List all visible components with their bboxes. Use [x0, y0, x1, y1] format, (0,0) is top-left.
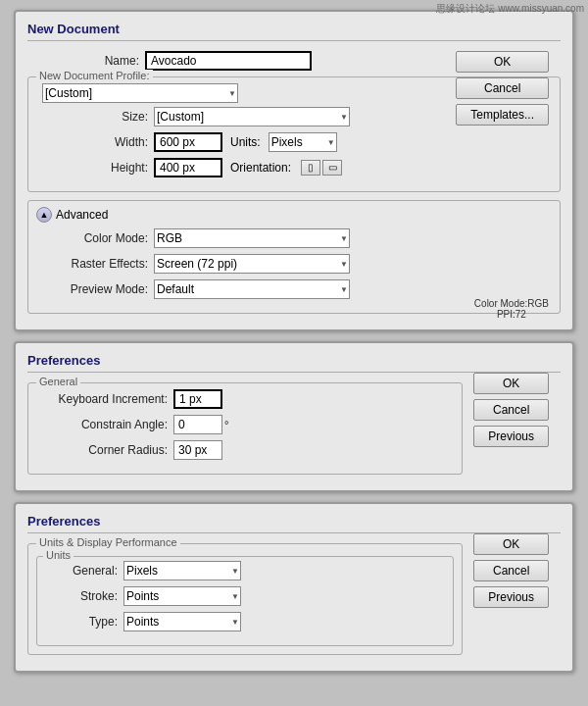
orientation-landscape-button[interactable]: ▭ [322, 160, 342, 176]
degree-symbol: ° [224, 419, 228, 430]
raster-effects-row: Raster Effects: Screen (72 ppi) [36, 254, 552, 274]
preferences-units-dialog: Preferences Units & Display Performance … [14, 502, 574, 673]
color-mode-info: Color Mode:RGB PPI:72 [474, 298, 549, 320]
keyboard-increment-row: Keyboard Increment: [36, 389, 454, 409]
color-mode-row: Color Mode: RGB [36, 228, 552, 248]
general-units-select-wrapper: Pixels [123, 561, 241, 580]
general-units-label: General: [45, 564, 123, 578]
units-subgroup-label: Units [43, 549, 74, 561]
new-document-buttons: OK Cancel Templates... [456, 51, 549, 126]
profile-section-label: New Document Profile: [36, 70, 153, 81]
type-units-select-wrapper: Points [123, 612, 241, 631]
watermark: 思缘设计论坛 www.missyuan.com [436, 2, 584, 16]
advanced-arrow-icon: ▲ [36, 207, 52, 223]
width-input[interactable] [154, 132, 222, 152]
size-label: Size: [36, 110, 154, 124]
color-mode-select[interactable]: RGB [154, 228, 350, 248]
general-group-label: General [36, 376, 80, 387]
keyboard-increment-label: Keyboard Increment: [36, 392, 173, 406]
units-display-label: Units & Display Performance [36, 536, 180, 548]
preferences-units-buttons: OK Cancel Previous [473, 533, 549, 608]
preferences-general-buttons: OK Cancel Previous [473, 373, 549, 447]
preview-mode-select[interactable]: Default [154, 279, 350, 299]
preview-mode-row: Preview Mode: Default [36, 279, 552, 299]
keyboard-increment-input[interactable] [173, 389, 222, 409]
corner-radius-row: Corner Radius: [36, 440, 454, 460]
stroke-units-row: Stroke: Points [45, 586, 445, 606]
cancel-button[interactable]: Cancel [456, 77, 549, 99]
units-display-group: Units & Display Performance Units Genera… [27, 543, 463, 655]
units-select-wrapper: Pixels [269, 132, 337, 152]
height-label: Height: [36, 161, 154, 175]
raster-effects-select-wrapper: Screen (72 ppi) [154, 254, 350, 274]
type-units-row: Type: Points [45, 612, 445, 631]
new-document-title: New Document [27, 22, 561, 41]
raster-effects-select[interactable]: Screen (72 ppi) [154, 254, 350, 274]
units-label: Units: [230, 135, 261, 149]
constrain-angle-row: Constrain Angle: ° [36, 415, 454, 434]
pref1-previous-button[interactable]: Previous [473, 426, 549, 447]
ok-button[interactable]: OK [456, 51, 549, 73]
new-document-dialog: New Document Name: New Document Profile:… [14, 10, 574, 331]
constrain-angle-input[interactable] [173, 415, 222, 434]
color-mode-label: Color Mode: [36, 231, 154, 245]
constrain-angle-label: Constrain Angle: [36, 418, 173, 431]
type-units-select[interactable]: Points [123, 612, 241, 631]
type-units-label: Type: [45, 615, 123, 629]
advanced-header[interactable]: ▲ Advanced [36, 207, 552, 223]
preview-mode-select-wrapper: Default [154, 279, 350, 299]
general-units-select[interactable]: Pixels [123, 561, 241, 580]
stroke-units-select[interactable]: Points [123, 586, 241, 606]
size-select[interactable]: [Custom] [154, 107, 350, 126]
pref1-cancel-button[interactable]: Cancel [473, 399, 549, 421]
templates-button[interactable]: Templates... [456, 104, 549, 126]
profile-select[interactable]: [Custom] [42, 83, 238, 103]
height-input[interactable] [154, 158, 222, 177]
pref1-ok-button[interactable]: OK [473, 373, 549, 394]
width-label: Width: [36, 135, 154, 149]
pref2-ok-button[interactable]: OK [473, 533, 549, 555]
units-select[interactable]: Pixels [269, 132, 337, 152]
general-group: General Keyboard Increment: Constrain An… [27, 382, 463, 475]
stroke-units-label: Stroke: [45, 589, 123, 603]
pref2-previous-button[interactable]: Previous [473, 586, 549, 608]
preferences-general-title: Preferences [27, 353, 561, 373]
preferences-units-title: Preferences [27, 514, 561, 533]
preview-mode-label: Preview Mode: [36, 282, 154, 296]
advanced-section: ▲ Advanced Color Mode: RGB Raster Effect… [27, 200, 561, 314]
preferences-general-dialog: Preferences General Keyboard Increment: … [14, 341, 574, 492]
stroke-units-select-wrapper: Points [123, 586, 241, 606]
orientation-label: Orientation: [230, 161, 291, 175]
general-units-row: General: Pixels [45, 561, 445, 580]
advanced-label: Advanced [56, 208, 108, 222]
profile-select-wrapper: [Custom] [42, 83, 238, 103]
width-row: Width: Units: Pixels [36, 132, 552, 152]
corner-radius-input[interactable] [173, 440, 222, 460]
orientation-portrait-button[interactable]: ▯ [301, 160, 320, 176]
name-label: Name: [27, 54, 145, 68]
corner-radius-label: Corner Radius: [36, 443, 173, 457]
units-subgroup: Units General: Pixels Stroke: Points [36, 556, 454, 646]
color-mode-select-wrapper: RGB [154, 228, 350, 248]
pref2-cancel-button[interactable]: Cancel [473, 560, 549, 581]
height-row: Height: Orientation: ▯ ▭ [36, 158, 552, 177]
raster-effects-label: Raster Effects: [36, 257, 154, 271]
name-input[interactable] [145, 51, 312, 71]
size-select-wrapper: [Custom] [154, 107, 350, 126]
